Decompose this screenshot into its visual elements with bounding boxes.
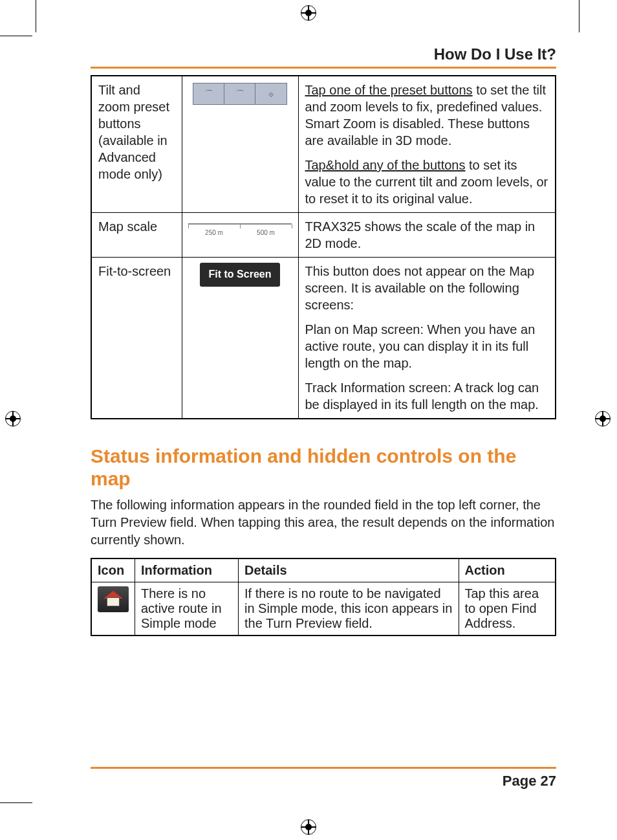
- details-cell: If there is no route to be navigated in …: [239, 582, 459, 636]
- table-row: Map scale 250 m 500 m TRAX325 shows the …: [91, 213, 556, 258]
- fit-to-screen-button-icon: Fit to Screen: [200, 263, 281, 287]
- text: Plan on Map screen: When you have an act…: [305, 321, 549, 371]
- text-underlined: Tap&hold any of the buttons: [305, 158, 466, 172]
- feature-image-cell: Fit to Screen: [182, 258, 298, 419]
- table-header-row: Icon Information Details Action: [91, 558, 556, 582]
- icon-cell: [91, 582, 135, 636]
- registration-mark-icon: [595, 411, 611, 426]
- home-icon: [98, 586, 129, 612]
- section-intro: The following information appears in the…: [91, 496, 556, 549]
- scale-label: 250 m: [205, 228, 223, 237]
- table-row: There is no active route in Simple mode …: [91, 582, 556, 636]
- page-header: How Do I Use It?: [91, 45, 556, 69]
- col-header-action: Action: [459, 558, 556, 582]
- feature-table: Tilt and zoom preset buttons (available …: [91, 75, 556, 419]
- col-header-information: Information: [135, 558, 239, 582]
- feature-label: Tilt and zoom preset buttons (available …: [91, 76, 182, 213]
- table-row: Tilt and zoom preset buttons (available …: [91, 76, 556, 213]
- feature-label: Map scale: [91, 213, 182, 258]
- registration-mark-icon: [5, 411, 21, 426]
- feature-description: This button does not appear on the Map s…: [298, 258, 556, 419]
- section-heading: Status information and hidden controls o…: [91, 445, 556, 490]
- feature-description: Tap one of the preset buttons to set the…: [298, 76, 556, 213]
- registration-mark-icon: [301, 5, 316, 21]
- table-row: Fit-to-screen Fit to Screen This button …: [91, 258, 556, 419]
- page-content: How Do I Use It? Tilt and zoom preset bu…: [91, 45, 556, 790]
- feature-description: TRAX325 shows the scale of the map in 2D…: [298, 213, 556, 258]
- col-header-details: Details: [239, 558, 459, 582]
- page-footer: Page 27: [91, 767, 556, 790]
- info-cell: There is no active route in Simple mode: [135, 582, 239, 636]
- action-cell: Tap this area to open Find Address.: [459, 582, 556, 636]
- scale-label: 500 m: [257, 228, 275, 237]
- feature-image-cell: 250 m 500 m: [182, 213, 298, 258]
- registration-mark-icon: [301, 819, 316, 835]
- map-scale-icon: 250 m 500 m: [188, 223, 292, 237]
- tilt-zoom-preset-icon: ⌒ ⌒ ⟐: [193, 83, 287, 105]
- col-header-icon: Icon: [91, 558, 135, 582]
- info-table: Icon Information Details Action There is…: [91, 558, 556, 636]
- feature-image-cell: ⌒ ⌒ ⟐: [182, 76, 298, 213]
- text: This button does not appear on the Map s…: [305, 263, 549, 313]
- text-underlined: Tap one of the preset buttons: [305, 83, 473, 97]
- text: Track Information screen: A track log ca…: [305, 379, 549, 413]
- feature-label: Fit-to-screen: [91, 258, 182, 419]
